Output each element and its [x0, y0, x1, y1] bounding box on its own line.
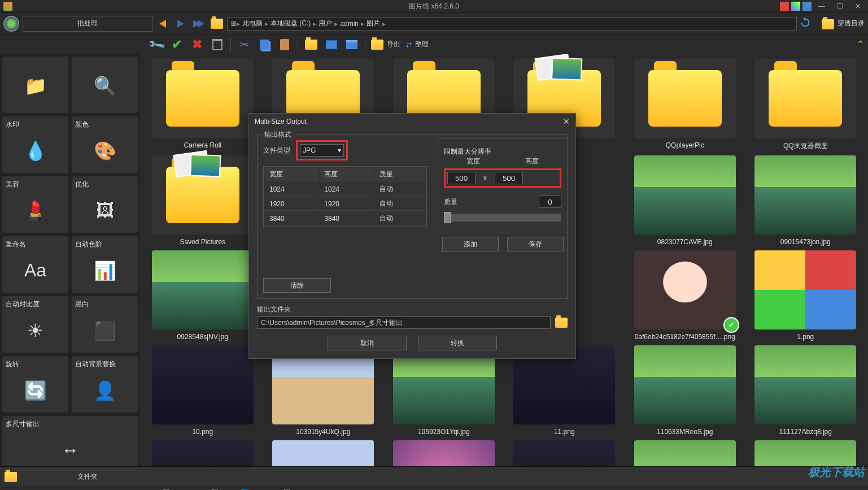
- folder-open-icon[interactable]: [304, 37, 319, 52]
- app-title: 图片馆 x64 2.6.0: [409, 2, 459, 11]
- output-folder-label: 输出文件夹: [257, 305, 568, 314]
- check-red-icon[interactable]: ✖: [190, 37, 204, 52]
- grid-item[interactable]: QQplayerPic: [627, 59, 743, 151]
- sidebar-item[interactable]: 重命名Aa: [2, 236, 68, 293]
- sidebar-item[interactable]: 自动对比度☀: [2, 296, 68, 353]
- grid-item[interactable]: 110633MReoS.jpg: [627, 345, 743, 436]
- batch-button[interactable]: 批处理: [23, 16, 152, 32]
- browse-folder-button[interactable]: [555, 318, 568, 328]
- sidebar-item[interactable]: 优化🖼: [72, 176, 138, 233]
- cut-icon[interactable]: ✂: [237, 37, 251, 52]
- print-icon[interactable]: [344, 37, 359, 52]
- collapse-icon[interactable]: ⌃: [856, 38, 865, 51]
- grid-item[interactable]: Saved Pictures: [145, 155, 261, 246]
- grid-item[interactable]: 10.png: [145, 345, 261, 436]
- grid-item[interactable]: [507, 440, 623, 466]
- paste-icon[interactable]: [277, 37, 292, 52]
- sizes-table[interactable]: 宽度 高度 质量 10241024自动19201920自动38403840自动: [263, 166, 427, 227]
- sidebar-item[interactable]: 颜色🎨: [72, 116, 138, 173]
- grid-item[interactable]: 11.png: [507, 345, 623, 436]
- sidebar: 📁🔍水印💧颜色🎨美容💄优化🖼重命名Aa自动色阶📊自动对比度☀黑白⬛旋转🔄自动背景…: [0, 54, 140, 466]
- divider: [298, 38, 298, 51]
- grid-item[interactable]: [748, 440, 864, 466]
- sidebar-item[interactable]: 自动背景替换👤: [72, 356, 138, 413]
- add-button[interactable]: 添加: [442, 237, 499, 251]
- folder-bar-label[interactable]: 文件夹: [23, 472, 152, 482]
- sidebar-item[interactable]: 📁: [2, 57, 68, 113]
- sidebar-item[interactable]: 多尺寸输出↔: [2, 416, 138, 466]
- refresh-button[interactable]: [799, 16, 814, 31]
- forward-button[interactable]: [173, 16, 189, 32]
- divider: [230, 38, 231, 51]
- settings-gear-icon[interactable]: [3, 16, 19, 32]
- export-button[interactable]: 导出: [371, 40, 400, 50]
- close-button[interactable]: ✕: [850, 1, 866, 12]
- back-button[interactable]: [155, 16, 171, 32]
- open-folder-button[interactable]: [209, 16, 225, 32]
- penetrate-dir-button[interactable]: 穿透目录: [821, 18, 865, 29]
- grid-item[interactable]: Camera Roll: [145, 59, 261, 151]
- trash-icon[interactable]: [210, 37, 225, 52]
- height-input[interactable]: [495, 172, 523, 184]
- wrench-icon[interactable]: 🔧: [149, 37, 164, 52]
- palette-icon[interactable]: [780, 2, 789, 11]
- toolbar: 🔧 ✔ ✖ ✂ 导出 ⇄整理 ⌃: [0, 34, 868, 54]
- folder-icon[interactable]: [5, 472, 17, 482]
- organize-button[interactable]: ⇄整理: [406, 40, 429, 49]
- grid-item[interactable]: [627, 440, 743, 466]
- grid-icon[interactable]: [791, 2, 800, 11]
- clear-button[interactable]: 清除: [263, 278, 331, 293]
- dialog-title: Multi-Size Output: [255, 118, 307, 125]
- cancel-button[interactable]: 取消: [328, 336, 407, 350]
- grid-item[interactable]: ✔0af6eb24c5182e7f405855f….png: [627, 250, 743, 341]
- limit-resolution-group: 限制最大分辨率 宽度 高度 x 质量: [438, 138, 568, 232]
- sidebar-item[interactable]: 自动色阶📊: [72, 236, 138, 293]
- title-bar: 图片馆 x64 2.6.0 — ☐ ✕: [0, 0, 868, 12]
- grid-item[interactable]: 0928548sjNV.jpg: [145, 250, 261, 341]
- file-type-label: 文件类型: [263, 146, 290, 155]
- save-button[interactable]: 保存: [507, 237, 564, 251]
- dialog-close-button[interactable]: ✕: [563, 117, 570, 126]
- minimize-button[interactable]: —: [814, 1, 830, 12]
- convert-button[interactable]: 转换: [418, 336, 497, 350]
- divider: [365, 38, 365, 51]
- sidebar-item[interactable]: 水印💧: [2, 116, 68, 173]
- sidebar-item[interactable]: 旋转🔄: [2, 356, 68, 413]
- copy-icon[interactable]: [257, 37, 272, 52]
- computer-icon: 🖥: [230, 20, 237, 28]
- grid-item[interactable]: QQ浏览器截图: [748, 59, 864, 151]
- check-green-icon[interactable]: ✔: [169, 37, 184, 52]
- sidebar-item[interactable]: 美容💄: [2, 176, 68, 233]
- view-icon[interactable]: [324, 37, 339, 52]
- grid-item[interactable]: [265, 440, 382, 466]
- folder-bar: 文件夹: [0, 466, 868, 487]
- grid-item[interactable]: 105923O1Yqi.jpg: [386, 345, 502, 436]
- grid-item[interactable]: 09015473jon.jpg: [748, 155, 864, 246]
- grid-item[interactable]: [386, 440, 502, 466]
- quality-slider[interactable]: [444, 214, 561, 222]
- maximize-button[interactable]: ☐: [832, 1, 848, 12]
- breadcrumb[interactable]: 🖥 ▸此电脑 ▸本地磁盘 (C:) ▸用户 ▸admin ▸图片 ▸: [227, 17, 797, 31]
- sidebar-item[interactable]: 黑白⬛: [72, 296, 138, 353]
- sidebar-item[interactable]: 🔍: [72, 57, 138, 113]
- status-bar: 63 文件 , 8 文件夹 , 总大小 36.74M [ 1 已选择项 , 31…: [0, 487, 868, 490]
- dimensions-highlight: x: [444, 168, 561, 188]
- app-icon: [3, 2, 12, 11]
- grid-item[interactable]: 1.png: [748, 250, 864, 341]
- grid-item[interactable]: [145, 440, 261, 466]
- window-buttons: — ☐ ✕: [780, 1, 866, 12]
- nav-row: 批处理 🖥 ▸此电脑 ▸本地磁盘 (C:) ▸用户 ▸admin ▸图片 ▸ 穿…: [0, 12, 868, 34]
- output-path-field[interactable]: C:\Users\admin\Pictures\Picosmos_多尺寸输出: [257, 316, 551, 329]
- width-input[interactable]: [447, 172, 476, 184]
- monitor-icon[interactable]: [802, 2, 812, 11]
- grid-item[interactable]: 103915y4UkQ.jpg: [265, 345, 382, 436]
- file-type-highlight: JPG▾: [296, 140, 348, 161]
- multi-size-output-dialog: Multi-Size Output ✕ 输出格式 文件类型 JPG▾ 宽度 高度…: [248, 113, 576, 359]
- quality-input[interactable]: [539, 196, 561, 208]
- dialog-titlebar: Multi-Size Output ✕: [249, 114, 575, 129]
- forward-all-button[interactable]: [191, 16, 207, 32]
- file-type-select[interactable]: JPG▾: [300, 144, 344, 157]
- grid-item[interactable]: 111127Abzq8.jpg: [748, 345, 864, 436]
- grid-item[interactable]: 0823077CAVE.jpg: [627, 155, 743, 246]
